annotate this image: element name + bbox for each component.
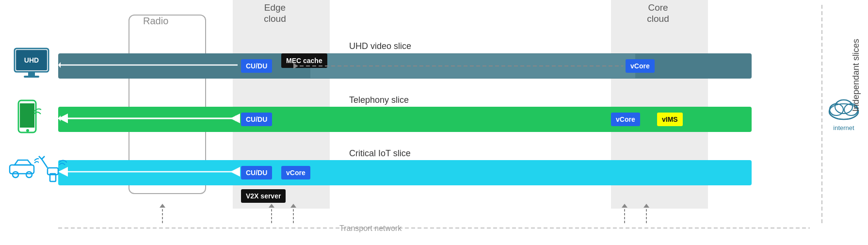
svg-marker-25 <box>160 204 165 208</box>
svg-rect-15 <box>20 103 34 128</box>
vcore-iot-box: vCore <box>281 166 310 180</box>
svg-rect-8 <box>24 76 39 78</box>
svg-marker-31 <box>622 204 627 208</box>
svg-point-20 <box>26 172 32 178</box>
transport-label: Transport network <box>339 224 402 233</box>
svg-marker-27 <box>269 204 274 208</box>
transport-base-line <box>58 223 815 238</box>
vcore-tel-box: vCore <box>611 113 640 126</box>
svg-point-16 <box>26 129 29 132</box>
cudu-iot-box: CU/DU <box>241 166 272 180</box>
svg-marker-33 <box>643 204 649 208</box>
independent-slices-label: Independant slices <box>851 39 861 112</box>
tel-double-arrow <box>58 114 242 123</box>
vcore-uhd-box: vCore <box>626 59 655 73</box>
radio-label: Radio <box>143 16 168 27</box>
cudu-uhd-box: CU/DU <box>241 59 272 73</box>
transport-arrow-4 <box>620 204 629 228</box>
transport-arrow-5 <box>642 204 651 228</box>
svg-rect-7 <box>28 72 35 76</box>
svg-marker-3 <box>58 62 61 68</box>
svg-marker-29 <box>290 204 296 208</box>
svg-point-19 <box>13 172 18 178</box>
car-device-icon <box>7 154 39 180</box>
vims-box: vIMS <box>657 113 683 126</box>
iot-slice-label: Critical IoT slice <box>349 148 411 159</box>
v2x-box: V2X server <box>241 189 286 203</box>
robot-device-icon <box>38 154 67 185</box>
uhd-left-arrow <box>58 60 242 70</box>
cudu-tel-box: CU/DU <box>241 113 272 126</box>
core-cloud-label: Corecloud <box>627 2 690 25</box>
tel-slice-label: Telephony slice <box>349 95 409 105</box>
transport-arrow-3 <box>289 204 298 228</box>
uhd-device-icon: UHD <box>12 46 51 82</box>
transport-arrow-2 <box>267 204 276 228</box>
uhd-dashed-arrow <box>293 63 628 69</box>
uhd-slice-label: UHD video slice <box>349 41 411 51</box>
svg-text:UHD: UHD <box>24 56 39 64</box>
svg-marker-1 <box>293 63 298 69</box>
edge-cloud-label: Edgecloud <box>246 2 304 25</box>
right-dashed-line <box>820 5 824 223</box>
phone-device-icon <box>15 99 41 138</box>
transport-arrow-1 <box>158 204 167 228</box>
internet-label: internet <box>824 124 863 131</box>
diagram-container: Radio Edgecloud Corecloud UHD video slic… <box>0 0 868 245</box>
iot-double-arrow <box>58 167 242 177</box>
